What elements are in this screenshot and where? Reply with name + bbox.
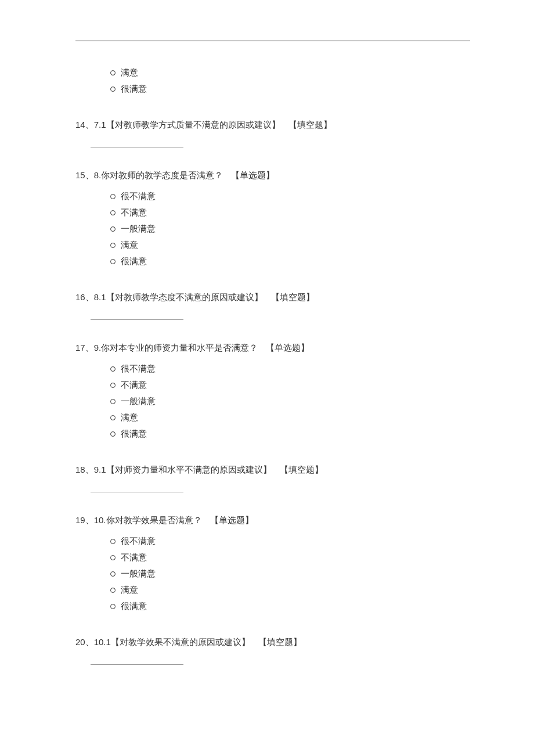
question-14: 14、7.1【对教师教学方式质量不满意的原因或建议】【填空题】 <box>75 118 470 147</box>
question-17: 17、9.你对本专业的师资力量和水平是否满意？【单选题】 很不满意 不满意 一般… <box>75 341 470 442</box>
list-item: 不满意 <box>110 377 470 393</box>
question-title: 14、7.1【对教师教学方式质量不满意的原因或建议】【填空题】 <box>75 118 470 132</box>
list-item: 不满意 <box>110 204 470 221</box>
list-item: 满意 <box>110 582 470 598</box>
list-item: 很满意 <box>110 253 470 269</box>
question-13-options-partial: 满意 很满意 <box>75 64 470 97</box>
question-label: 8.你对教师的教学态度是否满意？ <box>94 170 223 180</box>
question-label: 9.1【对师资力量和水平不满意的原因或建议】 <box>94 465 272 474</box>
fill-in-blank-line <box>91 492 183 492</box>
question-label: 7.1【对教师教学方式质量不满意的原因或建议】 <box>94 120 280 129</box>
document-page: 满意 很满意 14、7.1【对教师教学方式质量不满意的原因或建议】【填空题】 1… <box>0 0 534 756</box>
question-18: 18、9.1【对师资力量和水平不满意的原因或建议】【填空题】 <box>75 463 470 492</box>
question-number: 19、 <box>75 515 94 525</box>
question-label: 8.1【对教师教学态度不满意的原因或建议】 <box>94 292 263 302</box>
list-item: 很不满意 <box>110 188 470 204</box>
question-type-tag: 【填空题】 <box>271 292 315 302</box>
fill-in-blank-line <box>91 664 183 665</box>
question-options: 很不满意 不满意 一般满意 满意 很满意 <box>75 188 470 269</box>
fill-in-blank-line <box>91 319 183 320</box>
list-item: 很满意 <box>110 598 470 614</box>
question-number: 16、 <box>75 292 94 302</box>
question-title: 16、8.1【对教师教学态度不满意的原因或建议】【填空题】 <box>75 290 470 304</box>
question-type-tag: 【单选题】 <box>231 170 275 180</box>
question-title: 18、9.1【对师资力量和水平不满意的原因或建议】【填空题】 <box>75 463 470 477</box>
fill-in-blank-line <box>91 147 183 147</box>
question-number: 17、 <box>75 343 94 352</box>
question-number: 20、 <box>75 637 94 647</box>
list-item: 不满意 <box>110 549 470 566</box>
question-title: 19、10.你对教学效果是否满意？【单选题】 <box>75 513 470 527</box>
list-item: 满意 <box>110 409 470 426</box>
question-number: 14、 <box>75 120 94 129</box>
list-item: 满意 <box>110 64 470 81</box>
question-type-tag: 【填空题】 <box>280 465 323 474</box>
question-type-tag: 【单选题】 <box>210 515 254 525</box>
question-title: 20、10.1【对教学效果不满意的原因或建议】【填空题】 <box>75 635 470 649</box>
question-number: 15、 <box>75 170 94 180</box>
list-item: 很不满意 <box>110 361 470 377</box>
question-16: 16、8.1【对教师教学态度不满意的原因或建议】【填空题】 <box>75 290 470 320</box>
list-item: 很不满意 <box>110 533 470 549</box>
question-label: 9.你对本专业的师资力量和水平是否满意？ <box>94 343 258 352</box>
question-type-tag: 【单选题】 <box>266 343 309 352</box>
question-options: 很不满意 不满意 一般满意 满意 很满意 <box>75 361 470 442</box>
list-item: 满意 <box>110 237 470 253</box>
question-19: 19、10.你对教学效果是否满意？【单选题】 很不满意 不满意 一般满意 满意 … <box>75 513 470 614</box>
list-item: 一般满意 <box>110 566 470 582</box>
list-item: 一般满意 <box>110 393 470 409</box>
list-item: 很满意 <box>110 426 470 442</box>
question-type-tag: 【填空题】 <box>288 120 332 129</box>
question-options: 很不满意 不满意 一般满意 满意 很满意 <box>75 533 470 614</box>
list-item: 很满意 <box>110 81 470 97</box>
top-horizontal-rule <box>75 41 470 41</box>
question-label: 10.你对教学效果是否满意？ <box>94 515 202 525</box>
question-15: 15、8.你对教师的教学态度是否满意？【单选题】 很不满意 不满意 一般满意 满… <box>75 168 470 269</box>
question-title: 17、9.你对本专业的师资力量和水平是否满意？【单选题】 <box>75 341 470 355</box>
question-title: 15、8.你对教师的教学态度是否满意？【单选题】 <box>75 168 470 182</box>
question-type-tag: 【填空题】 <box>258 637 302 647</box>
question-number: 18、 <box>75 465 94 474</box>
question-20: 20、10.1【对教学效果不满意的原因或建议】【填空题】 <box>75 635 470 665</box>
list-item: 一般满意 <box>110 221 470 237</box>
question-label: 10.1【对教学效果不满意的原因或建议】 <box>94 637 250 647</box>
